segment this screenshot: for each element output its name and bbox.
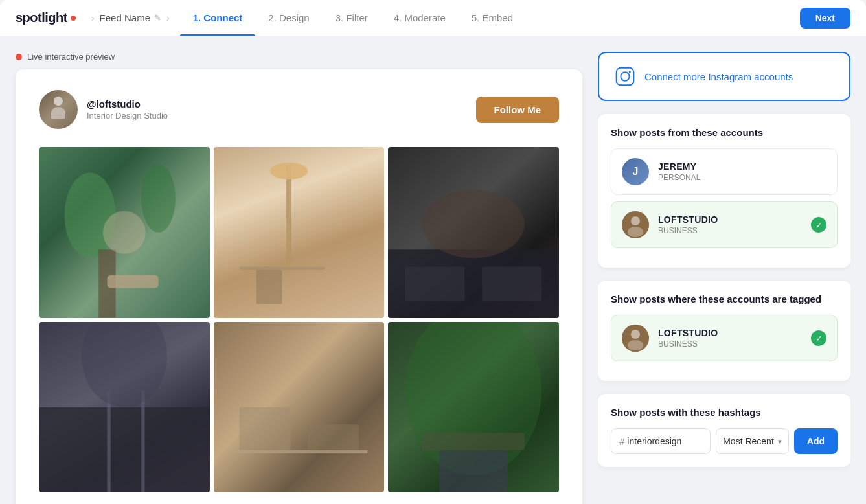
svg-point-35 [631,216,640,225]
feed-header: @loftstudio Interior Design Studio Follo… [39,90,559,129]
main-content: Live interactive preview [0,36,866,504]
nav-steps: 1. Connect 2. Design 3. Filter 4. Modera… [180,0,526,36]
feed-profile: @loftstudio Interior Design Studio [39,90,168,129]
feed-preview-card: @loftstudio Interior Design Studio Follo… [16,69,582,504]
avatar [39,90,78,129]
hashtag-input[interactable] [627,436,702,446]
svg-rect-24 [308,424,359,450]
next-button[interactable]: Next [800,8,850,29]
svg-rect-30 [422,433,525,450]
person-head [54,97,63,106]
logo: spotlight [16,10,76,25]
feed-name-label: Feed Name [100,12,150,23]
svg-rect-19 [141,390,144,492]
person-body [51,107,65,119]
follow-button[interactable]: Follow Me [476,97,560,123]
svg-point-20 [82,322,167,407]
check-icon-loftstudio-from: ✓ [811,217,826,233]
show-tagged-section: Show posts where these accounts are tagg… [598,281,850,381]
hashtag-symbol: # [619,436,624,447]
image-grid [39,147,559,492]
logo-dot [71,16,76,21]
nav-right: Next [800,8,850,29]
account-item-loftstudio-from[interactable]: LOFTSTUDIO BUSINESS ✓ [611,201,838,248]
profile-handle: @loftstudio [87,98,168,109]
add-hashtag-button[interactable]: Add [794,428,838,454]
svg-rect-4 [107,275,158,288]
nav-step-connect[interactable]: 1. Connect [180,0,256,36]
hashtag-section: Show posts with these hashtags # Most Re… [598,394,850,467]
nav-step-moderate[interactable]: 4. Moderate [381,0,459,36]
account-info-jeremy: JEREMY PERSONAL [658,161,700,182]
sort-select[interactable]: Most Recent ▾ [716,428,789,454]
breadcrumb-chevron-1: › [91,13,95,23]
nav-step-design[interactable]: 2. Design [255,0,322,36]
instagram-icon [615,66,635,87]
nav-step-embed[interactable]: 5. Embed [459,0,526,36]
svg-point-8 [270,163,308,179]
grid-image-3 [388,147,559,318]
connect-instagram-label: Connect more Instagram accounts [644,71,793,82]
profile-info: @loftstudio Interior Design Studio [87,98,168,120]
svg-point-36 [628,227,643,237]
show-from-section: Show posts from these accounts J JEREMY … [598,114,850,268]
account-item-jeremy[interactable]: J JEREMY PERSONAL [611,148,838,195]
preview-area: Live interactive preview [16,52,582,488]
top-nav: spotlight › Feed Name ✎ › 1. Connect 2. … [0,0,866,36]
avatar-loftstudio-tagged [622,325,649,352]
svg-rect-21 [214,322,385,493]
right-panel: Connect more Instagram accounts Show pos… [598,52,850,488]
chevron-down-icon: ▾ [778,437,782,446]
account-name-loftstudio-tagged: LOFTSTUDIO [658,328,718,338]
account-info-loftstudio-from: LOFTSTUDIO BUSINESS [658,214,718,235]
svg-point-39 [628,340,643,350]
svg-point-33 [629,71,631,73]
edit-icon[interactable]: ✎ [154,13,161,23]
svg-rect-9 [239,267,325,270]
avatar-inner [39,90,78,129]
svg-rect-23 [239,407,290,450]
grid-image-6 [388,322,559,493]
svg-point-2 [141,164,176,232]
account-name-jeremy: JEREMY [658,161,700,172]
grid-image-4 [39,322,210,493]
logo-text: spotlight [16,10,67,25]
svg-rect-22 [231,450,367,453]
live-dot [16,54,22,60]
svg-point-32 [621,72,629,80]
person-silhouette [49,97,68,122]
account-info-loftstudio-tagged: LOFTSTUDIO BUSINESS [658,328,718,349]
feed-name-nav[interactable]: Feed Name ✎ [100,12,161,23]
connect-instagram-button[interactable]: Connect more Instagram accounts [598,52,850,101]
svg-rect-29 [439,450,507,492]
show-tagged-title: Show posts where these accounts are tagg… [611,293,838,304]
account-type-jeremy: PERSONAL [658,173,700,182]
svg-rect-10 [256,270,282,304]
grid-image-1 [39,147,210,318]
svg-rect-14 [482,267,541,301]
profile-bio: Interior Design Studio [87,111,168,120]
hashtag-input-row: # Most Recent ▾ Add [611,428,838,454]
svg-point-5 [103,211,146,254]
account-type-loftstudio-tagged: BUSINESS [658,339,718,349]
check-icon-loftstudio-tagged: ✓ [811,330,826,346]
hashtag-title: Show posts with these hashtags [611,407,838,418]
svg-point-38 [631,330,640,339]
sort-select-label: Most Recent [723,436,774,446]
account-type-loftstudio-from: BUSINESS [658,226,718,235]
breadcrumb-chevron-2: › [166,13,170,23]
hashtag-input-wrapper: # [611,428,711,454]
nav-step-filter[interactable]: 3. Filter [323,0,381,36]
live-preview-badge: Live interactive preview [16,52,582,62]
account-name-loftstudio-from: LOFTSTUDIO [658,214,718,225]
grid-image-2 [214,147,385,318]
account-item-loftstudio-tagged[interactable]: LOFTSTUDIO BUSINESS ✓ [611,315,838,361]
svg-rect-13 [405,267,465,301]
svg-rect-18 [107,390,110,492]
live-preview-text: Live interactive preview [27,52,115,62]
avatar-jeremy: J [622,158,649,185]
svg-point-15 [422,190,525,258]
svg-rect-31 [617,68,634,86]
show-from-title: Show posts from these accounts [611,127,838,138]
grid-image-5 [214,322,385,493]
